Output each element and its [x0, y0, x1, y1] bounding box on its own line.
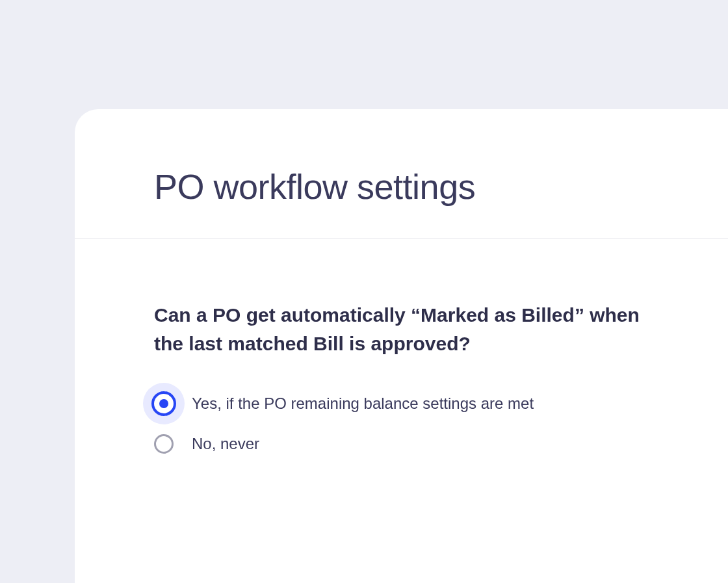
question-label: Can a PO get automatically “Marked as Bi… — [154, 301, 648, 357]
settings-panel: PO workflow settings Can a PO get automa… — [75, 109, 728, 583]
radio-group: Yes, if the PO remaining balance setting… — [154, 394, 663, 454]
radio-option-no[interactable]: No, never — [154, 434, 663, 454]
radio-label: No, never — [192, 435, 259, 453]
radio-label: Yes, if the PO remaining balance setting… — [192, 395, 534, 413]
panel-title: PO workflow settings — [75, 109, 728, 238]
radio-option-yes[interactable]: Yes, if the PO remaining balance setting… — [154, 394, 663, 413]
radio-indicator-unselected-icon — [154, 434, 174, 454]
radio-indicator-selected-icon — [154, 394, 174, 413]
form-section: Can a PO get automatically “Marked as Bi… — [75, 239, 728, 454]
